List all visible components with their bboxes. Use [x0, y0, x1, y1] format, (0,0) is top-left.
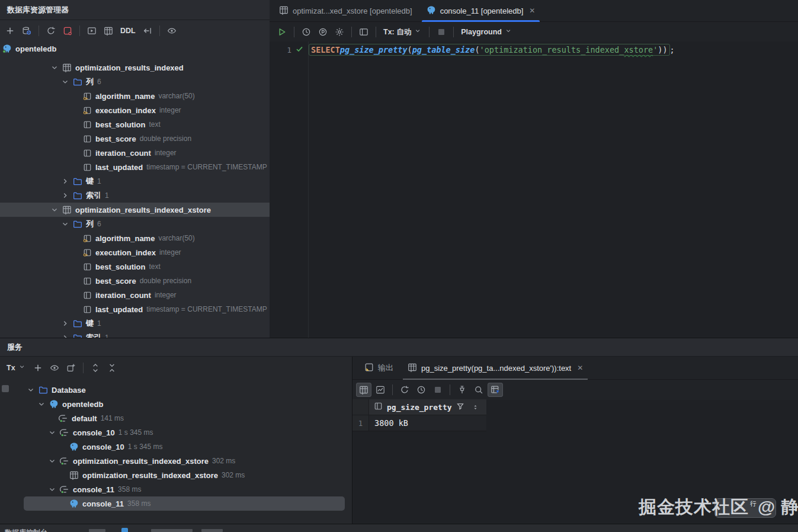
column-filter-icon[interactable] — [456, 402, 464, 412]
chevron-closed-icon[interactable] — [61, 191, 69, 200]
filter-view-icon[interactable] — [488, 383, 503, 397]
stop-icon[interactable] — [430, 383, 446, 397]
tab-输出[interactable]: 输出 — [357, 357, 400, 379]
tree-item-optimization-results-indexed-xstore[interactable]: optimization_results_indexed_xstore302 m… — [0, 468, 352, 482]
chevron-open-icon[interactable] — [48, 428, 56, 437]
collapse-all-icon[interactable] — [104, 361, 120, 375]
explorer-tree: openteledboptimization_results_indexed列6… — [0, 41, 270, 338]
col-icon — [83, 277, 92, 286]
grid-view-icon[interactable] — [356, 383, 371, 397]
chevron-open-icon[interactable] — [50, 63, 59, 72]
view-options-icon[interactable] — [164, 24, 180, 38]
add-data-source-icon[interactable] — [2, 24, 18, 38]
toolbar-separator — [450, 384, 450, 395]
refresh-icon[interactable] — [43, 24, 59, 38]
chevron-open-icon[interactable] — [61, 220, 69, 228]
close-icon[interactable]: ✕ — [529, 7, 535, 15]
tree-item-best-solution[interactable]: best_solutiontext — [0, 259, 270, 274]
chevron-open-icon[interactable] — [61, 78, 69, 86]
explorer-title: 数据库资源管理器 — [0, 0, 270, 20]
pin-tab-icon[interactable] — [454, 383, 470, 397]
tree-item-console-10[interactable]: console_101 s 345 ms — [0, 425, 352, 440]
run-query-icon[interactable] — [274, 25, 290, 39]
tree-item-last-updated[interactable]: last_updatedtimestamp = CURRENT_TIMESTAM… — [0, 302, 270, 316]
tree-item-列[interactable]: 列6 — [0, 217, 270, 231]
tab-pg-size-pretty-pg-ta-ndexed-xstore-text[interactable]: pg_size_pretty(pg_ta...ndexed_xstore')):… — [400, 357, 590, 379]
tree-item-best-solution[interactable]: best_solutiontext — [0, 117, 270, 132]
jump-to-ddl-icon[interactable] — [140, 24, 155, 38]
expand-all-icon[interactable] — [88, 361, 103, 375]
add-service-icon[interactable] — [30, 361, 46, 375]
tree-item-best-score[interactable]: best_scoredouble precision — [0, 274, 270, 288]
sql-token: 'optimization_results_indexed_ — [480, 45, 624, 55]
chevron-open-icon[interactable] — [50, 206, 59, 214]
chevron-open-icon[interactable] — [37, 400, 46, 408]
cell-value[interactable]: 3800 kB — [369, 415, 486, 431]
view-options-icon[interactable] — [47, 361, 62, 375]
tree-item-索引[interactable]: 索引1 — [0, 188, 270, 203]
tree-item-console-11[interactable]: console_11358 ms — [0, 496, 352, 511]
tree-item-console-10[interactable]: console_101 s 345 ms — [0, 440, 352, 454]
editor-layout-icon[interactable] — [356, 25, 371, 39]
tab-console-11-openteledb[interactable]: console_11 [openteledb]✕ — [419, 0, 543, 21]
tree-item-execution-index[interactable]: execution_indexinteger — [0, 103, 270, 117]
tree-item-索引[interactable]: 索引1 — [0, 331, 270, 338]
pg-icon — [69, 499, 79, 508]
tree-item-algorithm-name[interactable]: algorithm_namevarchar(50) — [0, 231, 270, 245]
tree-item-openteledb[interactable]: openteledb — [0, 397, 352, 411]
tree-item-algorithm-name[interactable]: algorithm_namevarchar(50) — [0, 89, 270, 103]
open-in-new-tab-icon[interactable] — [63, 361, 79, 375]
playground-select[interactable]: Playground — [458, 27, 515, 37]
sql-token: pg_table_size — [412, 45, 475, 55]
query-history-icon[interactable] — [299, 25, 314, 39]
chart-view-icon[interactable] — [373, 383, 388, 397]
tree-item-键[interactable]: 键1 — [0, 316, 270, 331]
tree-item-optimization-results-indexed-xstore[interactable]: optimization_results_indexed_xstore302 m… — [0, 454, 352, 468]
disconnect-icon[interactable] — [60, 24, 75, 38]
ddl-button[interactable]: DDL — [117, 27, 139, 35]
tree-item-last-updated[interactable]: last_updatedtimestamp = CURRENT_TIMESTAM… — [0, 160, 270, 174]
tree-item-meta: 302 ms — [212, 457, 235, 465]
tx-mode-select[interactable]: Tx: 自动 — [380, 27, 425, 37]
reload-data-icon[interactable] — [397, 383, 412, 397]
console-settings-icon[interactable] — [332, 25, 347, 39]
tree-item-optimization-results-indexed[interactable]: optimization_results_indexed — [0, 60, 270, 75]
tree-item-best-score[interactable]: best_scoredouble precision — [0, 132, 270, 146]
chevron-closed-icon[interactable] — [61, 319, 69, 328]
tree-item-default[interactable]: default141 ms — [0, 411, 352, 425]
sql-editor[interactable]: 1 SELECT pg_size_pretty(pg_table_size('o… — [270, 41, 798, 338]
tree-item-iteration-count[interactable]: iteration_countinteger — [0, 288, 270, 302]
tree-item-列[interactable]: 列6 — [0, 75, 270, 89]
chevron-open-icon[interactable] — [48, 457, 56, 465]
tree-item-键[interactable]: 键1 — [0, 174, 270, 188]
colkey-icon — [83, 234, 92, 243]
tree-item-iteration-count[interactable]: iteration_countinteger — [0, 146, 270, 160]
data-source-properties-icon[interactable] — [19, 24, 34, 38]
tree-item-optimization-results-indexed-xstore[interactable]: optimization_results_indexed_xstore — [0, 203, 270, 217]
chevron-open-icon[interactable] — [48, 485, 56, 493]
jump-to-console-icon[interactable] — [84, 24, 100, 38]
stop-query-icon[interactable] — [434, 25, 449, 39]
grid-column-header[interactable]: pg_size_pretty — [369, 399, 486, 415]
pg-icon — [427, 5, 436, 17]
grid-row-number-header[interactable] — [352, 399, 369, 415]
tab-optimizat-xed-xstore-openteledb[interactable]: optimizat...xed_xstore [openteledb] — [272, 0, 419, 21]
tx-filter[interactable]: Tx — [4, 363, 29, 373]
chevron-closed-icon[interactable] — [61, 177, 69, 185]
column-sort-icon[interactable] — [472, 403, 479, 411]
close-icon[interactable]: ✕ — [577, 364, 583, 372]
find-icon[interactable] — [471, 383, 486, 397]
tree-item-database[interactable]: Database — [0, 383, 352, 397]
sql-statement-line[interactable]: SELECT pg_size_pretty(pg_table_size('opt… — [309, 43, 675, 57]
tree-item-execution-index[interactable]: execution_indexinteger — [0, 245, 270, 259]
tree-item-meta: 1 — [97, 177, 101, 185]
tree-item-openteledb[interactable]: openteledb — [0, 41, 270, 56]
explain-plan-icon[interactable] — [315, 25, 331, 39]
tree-item-console-11[interactable]: console_11358 ms — [0, 482, 352, 496]
chevron-open-icon[interactable] — [27, 386, 35, 394]
chevron-closed-icon[interactable] — [61, 334, 69, 338]
grid-data-row[interactable]: 13800 kB — [352, 415, 486, 431]
open-table-icon[interactable] — [101, 24, 116, 38]
tree-item-meta: varchar(50) — [158, 92, 194, 100]
history-icon[interactable] — [414, 383, 429, 397]
